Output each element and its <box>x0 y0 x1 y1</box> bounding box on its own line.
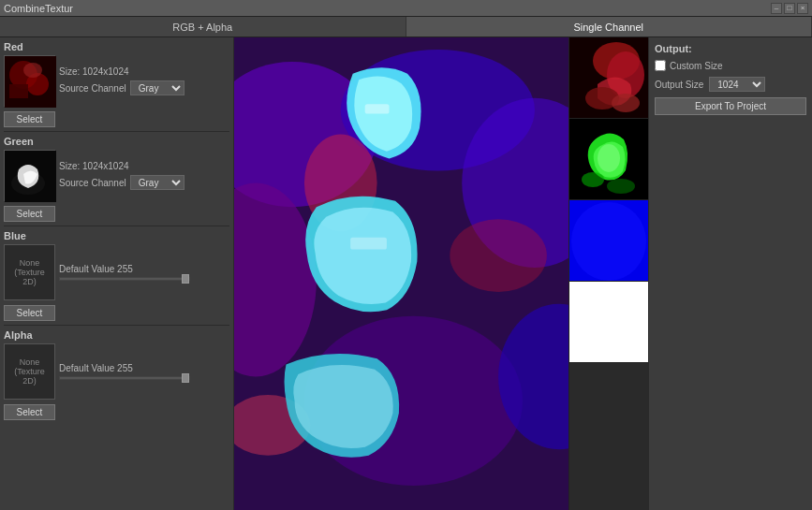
svg-rect-31 <box>569 282 649 363</box>
red-thumbnail[interactable] <box>569 37 649 119</box>
green-thumbnail[interactable] <box>569 119 649 200</box>
blue-none-texture: None (Texture 2D) <box>4 244 55 300</box>
alpha-channel-info: Default Value 255 <box>59 363 229 380</box>
svg-point-15 <box>450 219 547 292</box>
red-source-channel-row: Source Channel Gray Red Green Blue Alpha <box>59 80 229 95</box>
green-source-label: Source Channel <box>59 178 126 188</box>
alpha-channel-section: Alpha None (Texture 2D) Default Value 25… <box>4 329 229 420</box>
alpha-default-value-text: Default Value 255 <box>59 363 229 373</box>
custom-size-row: Custom Size <box>655 60 806 71</box>
blue-thumb-svg <box>569 200 649 282</box>
green-channel-row: Size: 1024x1024 Source Channel Gray Red … <box>4 150 229 201</box>
blue-default-value-row: Default Value 255 <box>59 264 229 281</box>
alpha-thumbnail[interactable] <box>569 282 649 363</box>
red-thumb-svg <box>569 37 649 119</box>
center-panel <box>234 37 568 510</box>
blue-texture-label: (Texture <box>14 268 45 277</box>
svg-rect-17 <box>365 104 390 113</box>
green-select-button[interactable]: Select <box>4 206 55 222</box>
blue-channel-row: None (Texture 2D) Default Value 255 <box>4 244 229 300</box>
maximize-button[interactable]: □ <box>784 3 795 14</box>
custom-size-checkbox[interactable] <box>655 60 666 71</box>
green-texture-thumb[interactable] <box>4 150 55 201</box>
tab-bar: RGB + Alpha Single Channel <box>0 17 812 37</box>
alpha-slider-container <box>59 376 229 380</box>
svg-rect-3 <box>9 84 28 98</box>
right-thumbnails-panel <box>568 37 648 510</box>
svg-point-25 <box>598 144 620 172</box>
svg-point-4 <box>23 63 42 78</box>
main-canvas <box>234 37 568 510</box>
divider-1 <box>4 131 229 132</box>
blue-channel-label: Blue <box>4 230 229 241</box>
alpha-slider-thumb[interactable] <box>182 373 189 383</box>
svg-point-30 <box>571 202 646 281</box>
alpha-select-button[interactable]: Select <box>4 404 55 420</box>
left-panel: Red Size: 1024x1024 Source Channel <box>0 37 234 510</box>
red-channel-info: Size: 1024x1024 Source Channel Gray Red … <box>59 66 229 95</box>
output-panel: Output: Custom Size Output Size 512 1024… <box>648 37 812 510</box>
green-size-text: Size: 1024x1024 <box>59 161 229 171</box>
red-channel-label: Red <box>4 41 229 52</box>
blue-channel-info: Default Value 255 <box>59 264 229 281</box>
divider-3 <box>4 325 229 326</box>
output-size-dropdown[interactable]: 512 1024 2048 4096 <box>709 77 765 92</box>
output-label: Output: <box>655 43 806 54</box>
alpha-thumb-svg <box>569 282 649 363</box>
output-size-row: Output Size 512 1024 2048 4096 <box>655 77 806 92</box>
output-size-label: Output Size <box>655 80 703 90</box>
close-button[interactable]: × <box>797 3 808 14</box>
red-channel-section: Red Size: 1024x1024 Source Channel <box>4 41 229 127</box>
blue-default-value-text: Default Value 255 <box>59 264 229 274</box>
alpha-slider[interactable] <box>59 376 190 380</box>
blue-thumbnail[interactable] <box>569 200 649 282</box>
blue-texture-2d-label: 2D) <box>22 277 37 286</box>
alpha-default-value-row: Default Value 255 <box>59 363 229 380</box>
tab-rgb-alpha[interactable]: RGB + Alpha <box>0 17 406 36</box>
red-channel-row: Size: 1024x1024 Source Channel Gray Red … <box>4 55 229 107</box>
blue-select-button[interactable]: Select <box>4 305 55 321</box>
title-bar: CombineTextur – □ × <box>0 0 812 17</box>
red-source-channel-dropdown[interactable]: Gray Red Green Blue Alpha <box>130 80 185 95</box>
alpha-texture-label: (Texture <box>14 367 45 376</box>
svg-point-23 <box>612 94 640 112</box>
blue-slider[interactable] <box>59 277 190 281</box>
export-button[interactable]: Export To Project <box>655 97 806 115</box>
window-controls: – □ × <box>771 3 808 14</box>
green-thumb-svg <box>569 119 649 200</box>
red-size-text: Size: 1024x1024 <box>59 66 229 77</box>
green-source-channel-dropdown[interactable]: Gray Red Green Blue Alpha <box>130 175 185 190</box>
svg-point-27 <box>607 179 635 194</box>
main-layout: Red Size: 1024x1024 Source Channel <box>0 37 812 510</box>
alpha-channel-label: Alpha <box>4 329 229 341</box>
svg-point-26 <box>582 172 604 187</box>
tab-single-channel[interactable]: Single Channel <box>406 17 813 36</box>
green-channel-section: Green Size: 1024x1024 Source Channel <box>4 136 229 222</box>
blue-channel-section: Blue None (Texture 2D) Default Value 255 <box>4 230 229 321</box>
green-channel-info: Size: 1024x1024 Source Channel Gray Red … <box>59 161 229 190</box>
blue-slider-container <box>59 277 229 281</box>
window-title: CombineTextur <box>4 3 73 14</box>
red-texture-thumb[interactable] <box>4 55 55 107</box>
blue-none-label: None <box>20 258 40 268</box>
custom-size-label: Custom Size <box>670 61 723 71</box>
alpha-none-label: None <box>20 357 40 367</box>
minimize-button[interactable]: – <box>771 3 782 14</box>
green-channel-label: Green <box>4 136 229 147</box>
alpha-none-texture: None (Texture 2D) <box>4 343 55 400</box>
alpha-texture-2d-label: 2D) <box>22 376 37 386</box>
svg-rect-18 <box>350 238 387 250</box>
alpha-channel-row: None (Texture 2D) Default Value 255 <box>4 343 229 400</box>
green-source-channel-row: Source Channel Gray Red Green Blue Alpha <box>59 175 229 190</box>
blue-slider-thumb[interactable] <box>182 274 189 284</box>
red-select-button[interactable]: Select <box>4 111 55 127</box>
divider-2 <box>4 226 229 226</box>
red-source-label: Source Channel <box>59 83 126 94</box>
